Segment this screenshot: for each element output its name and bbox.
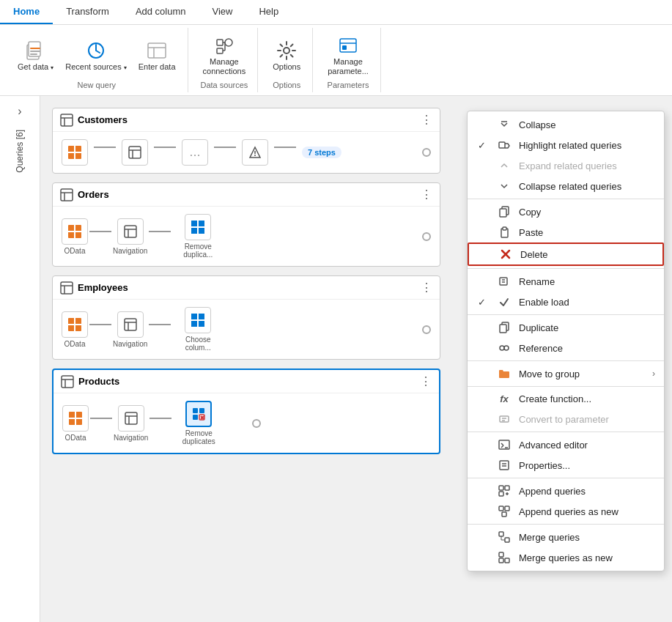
menu-move-to-group[interactable]: Move to group ›	[468, 363, 664, 384]
manage-params-label: Manageparamete...	[328, 57, 369, 76]
param-icon	[497, 413, 512, 425]
tab-view[interactable]: View	[199, 0, 246, 24]
manage-connections-button[interactable]: Manageconnections	[199, 31, 251, 79]
menu-paste[interactable]: Paste	[468, 222, 664, 242]
queries-label: Queries [6]	[15, 130, 25, 173]
ribbon-group-parameters: Manageparamete... Parameters	[316, 28, 381, 92]
menu-create-function[interactable]: fx Create function...	[468, 389, 664, 409]
append-new-icon	[497, 506, 512, 517]
employees-dot	[422, 325, 431, 334]
svg-rect-87	[505, 538, 509, 542]
manage-params-icon	[336, 34, 360, 57]
orders-odata: OData	[62, 218, 88, 255]
products-dot	[252, 419, 261, 428]
tab-add-column[interactable]: Add column	[122, 0, 199, 24]
svg-rect-60	[500, 278, 507, 285]
tab-help[interactable]: Help	[245, 0, 292, 24]
svg-point-15	[284, 48, 289, 53]
menu-reference[interactable]: Reference	[468, 338, 664, 358]
employees-ellipsis[interactable]: ⋮	[421, 281, 432, 295]
choose-col-label: Choose colum...	[172, 336, 224, 352]
create-function-label: Create function...	[519, 393, 591, 404]
customers-body: … 7 steps	[53, 132, 440, 173]
svg-rect-85	[502, 512, 506, 517]
orders-ellipsis[interactable]: ⋮	[421, 188, 432, 201]
svg-rect-68	[500, 416, 509, 422]
svg-rect-3	[30, 51, 40, 52]
expand-related-label: Expand related queries	[519, 160, 617, 171]
table-icon-products	[61, 375, 74, 388]
svg-rect-43	[125, 412, 137, 424]
svg-rect-9	[217, 40, 223, 45]
convert-param-label: Convert to parameter	[519, 414, 609, 425]
odata-label-3: OData	[65, 434, 86, 442]
tab-transform[interactable]: Transform	[53, 0, 122, 24]
employees-card: Employees ⋮ OData Navigation	[52, 275, 440, 360]
menu-delete[interactable]: Delete	[468, 242, 664, 266]
orders-card: Orders ⋮ OData Navigation	[52, 182, 440, 267]
recent-sources-icon	[84, 39, 108, 62]
svg-rect-6	[148, 43, 166, 58]
folder-icon	[497, 368, 512, 380]
svg-line-72	[501, 443, 503, 445]
employees-title: Employees	[78, 282, 416, 293]
menu-copy[interactable]: Copy	[468, 201, 664, 222]
manage-params-button[interactable]: Manageparamete...	[323, 31, 373, 79]
ribbon-group-options: Options Options	[261, 28, 313, 92]
svg-rect-75	[500, 461, 509, 470]
menu-merge-queries-new[interactable]: Merge queries as new	[468, 547, 664, 568]
orders-nav: Navigation	[113, 218, 147, 255]
menu-duplicate[interactable]: Duplicate	[468, 317, 664, 338]
svg-rect-12	[217, 48, 223, 53]
customers-ellipsis[interactable]: ⋮	[421, 113, 432, 127]
orders-title: Orders	[78, 189, 416, 200]
svg-point-65	[500, 346, 504, 350]
options-button[interactable]: Options	[268, 36, 305, 75]
products-ellipsis[interactable]: ⋮	[420, 374, 432, 388]
enable-load-label: Enable load	[519, 297, 569, 308]
append-queries-new-label: Append queries as new	[519, 506, 619, 517]
fx-icon: fx	[497, 393, 512, 404]
sidebar-collapse-toggle[interactable]: ›	[15, 102, 24, 121]
highlight-icon	[497, 139, 512, 151]
get-data-icon	[24, 39, 48, 62]
tab-home[interactable]: Home	[0, 0, 53, 24]
options-icon	[275, 39, 298, 62]
reference-icon	[497, 342, 512, 354]
collapse-icon	[497, 119, 512, 130]
options-label: Options	[273, 62, 300, 72]
svg-rect-46	[193, 408, 198, 413]
menu-rename[interactable]: Rename	[468, 271, 664, 292]
enter-data-icon	[145, 39, 169, 62]
products-remove-dup: Remove duplicates	[173, 401, 224, 445]
enter-data-button[interactable]: Enter data	[134, 36, 180, 75]
sep-3	[468, 314, 664, 315]
svg-rect-86	[499, 532, 503, 536]
customers-card-header: Customers ⋮	[53, 108, 440, 132]
svg-rect-31	[125, 226, 136, 237]
expand-icon	[497, 160, 512, 171]
copy-label: Copy	[519, 207, 541, 218]
merge-icon	[497, 531, 512, 543]
svg-rect-40	[62, 376, 73, 388]
menu-advanced-editor[interactable]: Advanced editor	[468, 434, 664, 455]
get-data-button[interactable]: Get data ▾	[13, 36, 58, 75]
menu-properties[interactable]: Properties...	[468, 455, 664, 475]
menu-collapse-related[interactable]: Collapse related queries	[468, 176, 664, 196]
menu-append-queries[interactable]: Append queries	[468, 481, 664, 501]
connector-4	[274, 147, 296, 148]
employees-body: OData Navigation Choose colum...	[53, 300, 440, 359]
svg-rect-18	[342, 45, 347, 50]
move-to-group-arrow: ›	[652, 369, 655, 379]
ribbon: Home Transform Add column View Help Get …	[0, 0, 672, 96]
customers-dot	[422, 148, 431, 157]
employees-odata: OData	[62, 311, 88, 348]
advanced-editor-label: Advanced editor	[519, 440, 588, 451]
menu-highlight-related[interactable]: ✓ Highlight related queries	[468, 135, 664, 155]
recent-sources-button[interactable]: Recent sources ▾	[61, 36, 130, 75]
menu-collapse[interactable]: Collapse	[468, 114, 664, 135]
menu-merge-queries[interactable]: Merge queries	[468, 527, 664, 547]
connector-3	[214, 147, 236, 148]
menu-enable-load[interactable]: ✓ Enable load	[468, 292, 664, 312]
menu-append-queries-new[interactable]: Append queries as new	[468, 501, 664, 522]
